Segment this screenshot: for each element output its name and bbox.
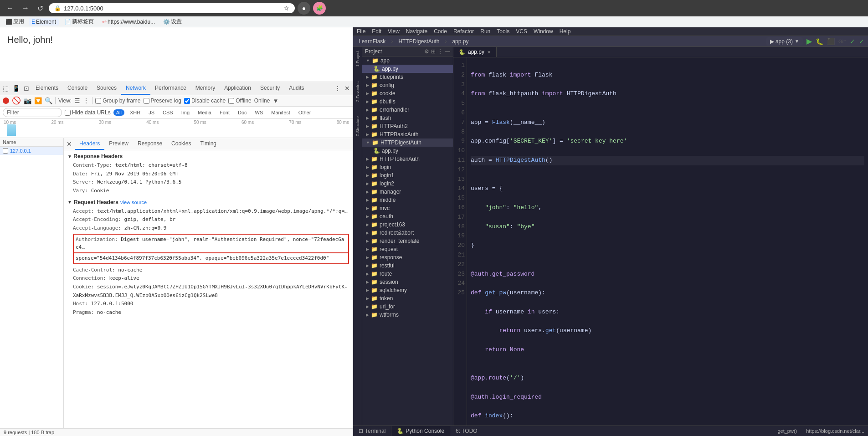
bookmark-element[interactable]: E Element: [29, 18, 59, 26]
tab-audits[interactable]: Audits: [284, 82, 308, 95]
filter-button[interactable]: 🔽: [34, 97, 42, 104]
request-headers-toggle[interactable]: ▼ Request Headers view source: [67, 199, 349, 205]
back-button[interactable]: ←: [4, 3, 16, 13]
toolbar-apppy[interactable]: app.py: [450, 38, 470, 45]
tree-item-login2[interactable]: ▶ 📁 login2: [362, 180, 453, 188]
devtools-more-icon[interactable]: ⋮: [333, 83, 343, 94]
tree-item-mvc[interactable]: ▶ 📁 mvc: [362, 204, 453, 212]
tab-sources[interactable]: Sources: [92, 82, 121, 95]
project-settings-icon[interactable]: ⚙: [424, 48, 429, 55]
online-dropdown[interactable]: ▼: [272, 97, 278, 104]
tab-cookies[interactable]: Cookies: [167, 138, 195, 150]
filter-type-ws[interactable]: WS: [252, 109, 266, 116]
view-list-icon[interactable]: ☰: [74, 97, 80, 104]
menu-run[interactable]: Run: [480, 28, 490, 35]
tab-network[interactable]: Network: [121, 82, 150, 95]
tab-security[interactable]: Security: [256, 82, 284, 95]
project-gear-icon[interactable]: ⋮: [437, 48, 443, 55]
toolbar-learnflask[interactable]: LearnFlask: [357, 38, 387, 45]
menu-file[interactable]: File: [357, 28, 365, 35]
tree-item-blueprints[interactable]: ▶ 📁 blueprints: [362, 73, 453, 81]
preserve-log-checkbox[interactable]: Preserve log: [144, 97, 181, 104]
project-expand-icon[interactable]: ⊞: [431, 48, 436, 55]
devtools-icon-inspect[interactable]: ⬚: [1, 83, 10, 94]
tab-application[interactable]: Application: [220, 82, 256, 95]
menu-tools[interactable]: Tools: [497, 28, 509, 35]
code-content[interactable]: from flask import Flask from flask_httpa…: [467, 57, 868, 426]
project-close-icon[interactable]: —: [445, 48, 450, 55]
tree-item-sqlalchemy[interactable]: ▶ 📁 sqlalchemy: [362, 286, 453, 294]
devtools-icon-mobile[interactable]: 📱: [10, 83, 22, 94]
tree-item-redirect[interactable]: ▶ 📁 redirect&abort: [362, 229, 453, 237]
tree-item-oauth[interactable]: ▶ 📁 oauth: [362, 212, 453, 221]
tree-item-flash[interactable]: ▶ 📁 flash: [362, 114, 453, 122]
tree-item-login1[interactable]: ▶ 📁 login1: [362, 171, 453, 180]
devtools-icon-pointer[interactable]: ⊡: [22, 83, 31, 94]
tree-item-response[interactable]: ▶ 📁 response: [362, 253, 453, 262]
tree-item-session[interactable]: ▶ 📁 session: [362, 278, 453, 286]
tab-preview[interactable]: Preview: [104, 138, 133, 150]
devtools-close-icon[interactable]: ✕: [343, 83, 352, 94]
filter-input[interactable]: [3, 108, 62, 117]
filter-type-other[interactable]: Other: [296, 109, 314, 116]
bottom-tab-python-console[interactable]: 🐍 Python Console: [391, 426, 450, 436]
run-button[interactable]: ▶: [806, 37, 812, 46]
response-headers-toggle[interactable]: ▼ Response Headers: [67, 153, 349, 159]
disable-cache-checkbox[interactable]: Disable cache: [184, 97, 226, 104]
bookmark-apps[interactable]: ⬛ 应用: [4, 17, 26, 26]
tree-item-manager[interactable]: ▶ 📁 manager: [362, 188, 453, 196]
record-button[interactable]: [3, 97, 9, 104]
profile-icon[interactable]: ●: [298, 2, 310, 15]
tree-item-app-py-selected[interactable]: 🐍 app.py: [362, 65, 453, 73]
tree-item-login[interactable]: ▶ 📁 login: [362, 163, 453, 171]
camera-button[interactable]: 📷: [24, 97, 31, 104]
editor-tab-apppy[interactable]: 🐍 app.py ✕: [453, 47, 497, 57]
search-button[interactable]: 🔍: [45, 97, 52, 104]
menu-edit[interactable]: Edit: [372, 28, 381, 35]
tree-item-config[interactable]: ▶ 📁 config: [362, 81, 453, 89]
bookmark-newtab[interactable]: 📄 新标签页: [62, 17, 97, 26]
tree-item-route[interactable]: ▶ 📁 route: [362, 270, 453, 278]
tab-response[interactable]: Response: [133, 138, 167, 150]
sidebar-project-label[interactable]: 1:Project: [354, 49, 361, 69]
menu-code[interactable]: Code: [434, 28, 447, 35]
sidebar-favorites-label[interactable]: 2:Favorites: [354, 80, 361, 104]
tab-headers[interactable]: Headers: [75, 138, 104, 150]
tree-item-restful[interactable]: ▶ 📁 restful: [362, 262, 453, 270]
tree-item-httpauth2[interactable]: ▶ 📁 HTTPAuth2: [362, 122, 453, 130]
address-bar[interactable]: 🔒 127.0.0.1:5000 ☆: [49, 3, 295, 13]
tree-item-httpbasicauth[interactable]: ▶ 📁 HTTPBasicAuth: [362, 130, 453, 138]
tree-item-httptokenauth[interactable]: ▶ 📁 HTTPTokenAuth: [362, 155, 453, 163]
tree-item-errorhandler[interactable]: ▶ 📁 errorhandler: [362, 106, 453, 114]
toolbar-httpdigestauth[interactable]: HTTPDigestAuth: [396, 38, 441, 45]
menu-vcs[interactable]: VCS: [516, 28, 527, 35]
run-config-dropdown[interactable]: ▶ app (3) ▼: [766, 37, 803, 46]
tab-console[interactable]: Console: [63, 82, 92, 95]
tree-item-httpdigestauth-py[interactable]: 🐍 app.py: [362, 147, 453, 155]
filter-type-xhr[interactable]: XHR: [127, 109, 143, 116]
tree-item-request[interactable]: ▶ 📁 request: [362, 245, 453, 253]
refresh-button[interactable]: ↺: [35, 3, 46, 14]
bookmark-baidu[interactable]: ↩ https://www.baidu...: [99, 18, 158, 26]
tree-item-render[interactable]: ▶ 📁 render_template: [362, 237, 453, 245]
bottom-tab-terminal[interactable]: ⊡ Terminal: [353, 426, 391, 436]
menu-view[interactable]: View: [388, 28, 400, 35]
debug-button[interactable]: 🐛: [816, 38, 823, 45]
sidebar-structure-label[interactable]: Z:Structure: [354, 114, 361, 138]
tab-performance[interactable]: Performance: [150, 82, 191, 95]
filter-type-doc[interactable]: Doc: [235, 109, 250, 116]
filter-type-manifest[interactable]: Manifest: [268, 109, 293, 116]
tree-item-middle[interactable]: ▶ 📁 middle: [362, 196, 453, 204]
network-entry-row[interactable]: 127.0.0.1: [0, 147, 63, 155]
filter-type-js[interactable]: JS: [146, 109, 157, 116]
filter-type-css[interactable]: CSS: [160, 109, 176, 116]
filter-type-media[interactable]: Media: [195, 109, 214, 116]
menu-window[interactable]: Window: [534, 28, 553, 35]
tree-item-cookie[interactable]: ▶ 📁 cookie: [362, 89, 453, 97]
tree-item-token[interactable]: ▶ 📁 token: [362, 294, 453, 303]
offline-checkbox[interactable]: Offline: [228, 97, 251, 104]
extensions-icon[interactable]: 🧩: [313, 2, 326, 15]
view-source-link[interactable]: view source: [120, 200, 147, 205]
tab-elements[interactable]: Elements: [31, 82, 63, 95]
tab-timing[interactable]: Timing: [195, 138, 221, 150]
